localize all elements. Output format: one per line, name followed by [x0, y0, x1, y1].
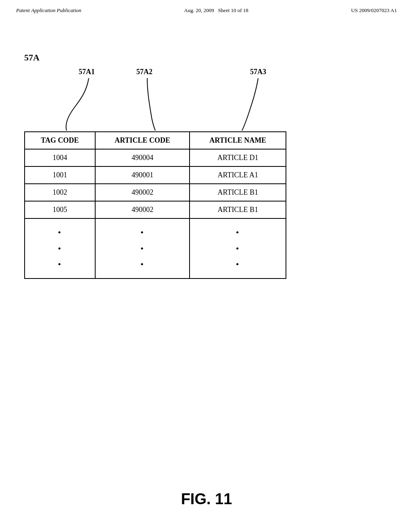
cell-tag-1005: 1005	[25, 201, 95, 218]
dots-col3: •••	[190, 218, 286, 278]
cell-article-490002b: 490002	[95, 201, 190, 218]
header-right: US 2009/0207023 A1	[351, 7, 397, 14]
cell-tag-1004: 1004	[25, 149, 95, 166]
col-header-article-code: ARTICLE CODE	[95, 132, 190, 149]
table-row: 1004 490004 ARTICLE D1	[25, 149, 286, 166]
cell-name-article-b1a: ARTICLE B1	[190, 184, 286, 201]
data-table: TAG CODE ARTICLE CODE ARTICLE NAME 1004 …	[24, 131, 286, 279]
cell-name-article-d1: ARTICLE D1	[190, 149, 286, 166]
header-sheet: Sheet 10 of 18	[218, 7, 248, 13]
col-header-tag-code: TAG CODE	[25, 132, 95, 149]
cell-name-article-a1: ARTICLE A1	[190, 166, 286, 184]
table-row: 1002 490002 ARTICLE B1	[25, 184, 286, 201]
dots-col2: •••	[95, 218, 190, 278]
col-header-article-name: ARTICLE NAME	[190, 132, 286, 149]
table-header-row: TAG CODE ARTICLE CODE ARTICLE NAME	[25, 132, 286, 149]
table-row: 1001 490001 ARTICLE A1	[25, 166, 286, 184]
table-dots-row: ••• ••• •••	[25, 218, 286, 278]
header-center: Aug. 20, 2009 Sheet 10 of 18	[184, 7, 248, 14]
table-row: 1005 490002 ARTICLE B1	[25, 201, 286, 218]
dots-col1: •••	[25, 218, 95, 278]
header-left: Patent Application Publication	[16, 7, 81, 14]
annotation-lines-svg	[24, 67, 286, 131]
cell-article-490004: 490004	[95, 149, 190, 166]
diagram-main-label: 57A	[24, 52, 375, 63]
cell-name-article-b1b: ARTICLE B1	[190, 201, 286, 218]
figure-label: FIG. 11	[181, 490, 232, 508]
cell-tag-1002: 1002	[25, 184, 95, 201]
annotations-area: 57A1 57A2 57A3	[24, 67, 286, 131]
diagram-container: 57A1 57A2 57A3 TAG CODE ARTICLE CODE AR	[24, 67, 286, 279]
header-date: Aug. 20, 2009	[184, 7, 214, 13]
cell-article-490002a: 490002	[95, 184, 190, 201]
cell-article-490001: 490001	[95, 166, 190, 184]
cell-tag-1001: 1001	[25, 166, 95, 184]
